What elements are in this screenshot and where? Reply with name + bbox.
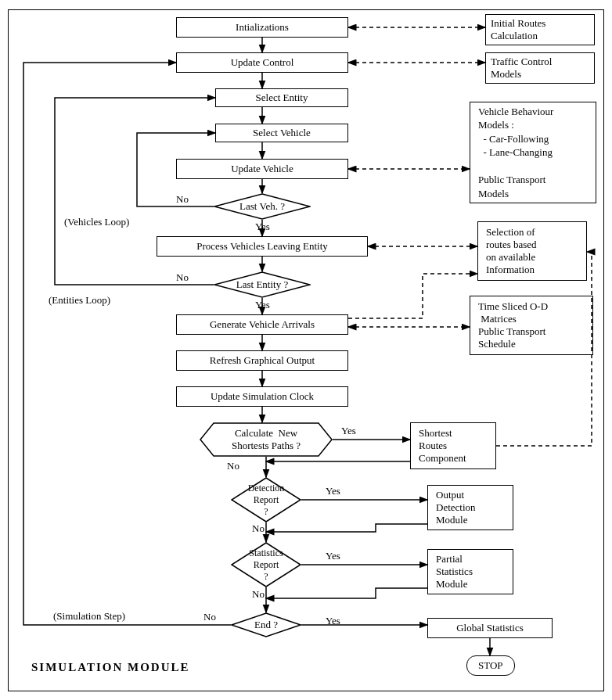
label-no-5: No [252, 588, 265, 601]
label-yes-6: Yes [326, 615, 340, 627]
step-select-vehicle: Select Vehicle [215, 124, 348, 142]
label-yes-1: Yes [255, 221, 270, 233]
side-traffic-control: Traffic Control Models [485, 52, 595, 84]
label-vehicles-loop: (Vehicles Loop) [64, 216, 129, 228]
label-entities-loop: (Entities Loop) [49, 294, 110, 307]
title-simulation-module: SIMULATION MODULE [31, 661, 190, 674]
side-partial-stats: Partial Statistics Module [427, 549, 513, 594]
decision-end: End ? [231, 612, 301, 637]
step-update-vehicle: Update Vehicle [176, 159, 348, 179]
label-yes-2: Yes [255, 299, 270, 311]
label-no-1: No [176, 193, 189, 206]
side-vehicle-behaviour: Vehicle Behaviour Models : - Car-Followi… [470, 102, 596, 203]
label-no-4: No [252, 522, 265, 535]
side-output-detection: Output Detection Module [427, 485, 513, 530]
decision-statistics-report: Statistics Report ? [231, 542, 301, 587]
step-process-leaving: Process Vehicles Leaving Entity [157, 236, 368, 257]
side-route-selection: Selection of routes based on available I… [477, 221, 587, 281]
label-no-3: No [227, 460, 239, 472]
terminator-stop: STOP [466, 655, 515, 676]
step-update-clock: Update Simulation Clock [176, 386, 348, 407]
step-generate-arrivals: Generate Vehicle Arrivals [176, 314, 348, 335]
step-update-control: Update Control [176, 52, 348, 73]
step-refresh-graphical: Refresh Graphical Output [176, 350, 348, 371]
step-select-entity: Select Entity [215, 88, 348, 107]
side-global-stats: Global Statistics [427, 618, 553, 638]
side-shortest-routes: Shortest Routes Component [410, 422, 496, 469]
label-yes-3: Yes [341, 425, 356, 437]
step-init: Intializations [176, 17, 348, 38]
decision-calc-paths: Calculate New Shortests Paths ? [200, 422, 333, 457]
decision-last-entity: Last Entity ? [214, 271, 311, 298]
side-initial-routes: Initial Routes Calculation [485, 14, 595, 45]
label-yes-4: Yes [326, 485, 340, 497]
decision-detection-report: Detection Report ? [231, 477, 301, 522]
label-yes-5: Yes [326, 550, 340, 562]
decision-last-veh: Last Veh. ? [214, 193, 311, 220]
label-no-2: No [176, 271, 189, 284]
side-od-matrices: Time Sliced O-D Matrices Public Transpor… [470, 296, 593, 355]
label-no-6: No [203, 611, 216, 623]
flowchart-canvas: Intializations Update Control Select Ent… [0, 0, 612, 700]
label-simulation-step: (Simulation Step) [53, 610, 125, 623]
